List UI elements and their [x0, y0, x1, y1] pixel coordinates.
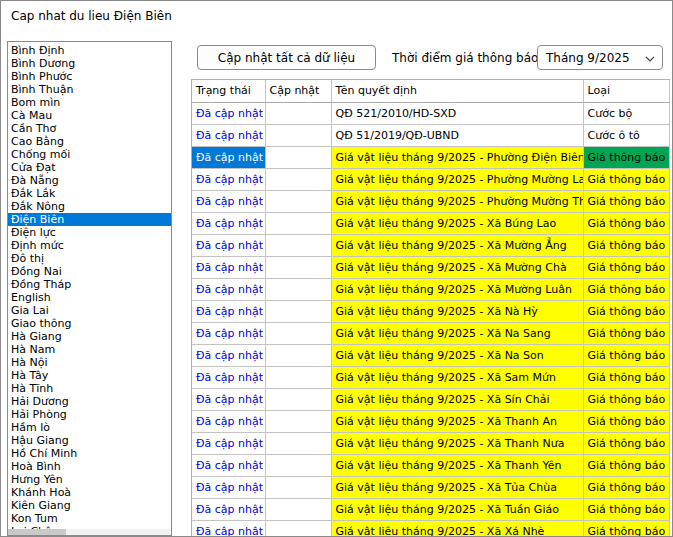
type-cell[interactable]: Giá thông báo — [583, 520, 670, 536]
sidebar-item[interactable]: Hầm lò — [8, 421, 171, 434]
type-cell[interactable]: Giá thông báo — [583, 278, 670, 300]
decision-name-cell[interactable]: QĐ 51/2019/QĐ-UBND — [331, 124, 583, 146]
decision-name-cell[interactable]: Giá vật liệu tháng 9/2025 - Xã Sín Chải — [331, 388, 583, 410]
status-cell[interactable]: Đã cập nhật — [192, 498, 265, 520]
decision-name-cell[interactable]: Giá vật liệu tháng 9/2025 - Xã Nà Hỳ — [331, 300, 583, 322]
decision-name-cell[interactable]: Giá vật liệu tháng 9/2025 - Phường Mường… — [331, 190, 583, 212]
status-cell[interactable]: Đã cập nhật — [192, 432, 265, 454]
update-all-button[interactable]: Cập nhật tất cả dữ liệu — [197, 45, 376, 70]
status-cell[interactable]: Đã cập nhật — [192, 454, 265, 476]
sidebar-item[interactable]: Bình Định — [8, 44, 171, 57]
decision-name-cell[interactable]: Giá vật liệu tháng 9/2025 - Xã Mường Chà — [331, 256, 583, 278]
decision-name-cell[interactable]: Giá vật liệu tháng 9/2025 - Xã Búng Lao — [331, 212, 583, 234]
decision-name-cell[interactable]: Giá vật liệu tháng 9/2025 - Xã Tuần Giáo — [331, 498, 583, 520]
decision-name-cell[interactable]: QĐ 521/2010/HD-SXD — [331, 102, 583, 124]
type-cell[interactable]: Giá thông báo — [583, 432, 670, 454]
sidebar-item[interactable]: Đắk Nông — [8, 200, 171, 213]
column-header[interactable]: Loại — [583, 80, 670, 102]
status-cell[interactable]: Đã cập nhật — [192, 366, 265, 388]
sidebar-item[interactable]: Bình Dương — [8, 57, 171, 70]
status-cell[interactable]: Đã cập nhật — [192, 388, 265, 410]
status-cell[interactable]: Đã cập nhật — [192, 102, 265, 124]
type-cell[interactable]: Giá thông báo — [583, 212, 670, 234]
decision-name-cell[interactable]: Giá vật liệu tháng 9/2025 - Xã Xá Nhè — [331, 520, 583, 536]
update-cell[interactable] — [265, 146, 331, 168]
status-cell[interactable]: Đã cập nhật — [192, 410, 265, 432]
status-cell[interactable]: Đã cập nhật — [192, 234, 265, 256]
update-cell[interactable] — [265, 454, 331, 476]
decision-name-cell[interactable]: Giá vật liệu tháng 9/2025 - Xã Thanh An — [331, 410, 583, 432]
decision-name-cell[interactable]: Giá vật liệu tháng 9/2025 - Xã Mường Ẳng — [331, 234, 583, 256]
type-cell[interactable]: Giá thông báo — [583, 344, 670, 366]
status-cell[interactable]: Đã cập nhật — [192, 168, 265, 190]
status-cell[interactable]: Đã cập nhật — [192, 520, 265, 536]
sidebar-item[interactable]: Kiên Giang — [8, 499, 171, 512]
type-cell[interactable]: Giá thông báo — [583, 146, 670, 168]
type-cell[interactable]: Giá thông báo — [583, 410, 670, 432]
update-cell[interactable] — [265, 212, 331, 234]
sidebar-item[interactable]: English — [8, 291, 171, 304]
update-cell[interactable] — [265, 256, 331, 278]
sidebar-item[interactable]: Bình Phước — [8, 70, 171, 83]
sidebar-item[interactable]: Cửa Đạt — [8, 161, 171, 174]
sidebar-item[interactable]: Hậu Giang — [8, 434, 171, 447]
column-header[interactable]: Cập nhật — [265, 80, 331, 102]
update-cell[interactable] — [265, 278, 331, 300]
sidebar-item[interactable]: Hà Nam — [8, 343, 171, 356]
type-cell[interactable]: Giá thông báo — [583, 454, 670, 476]
status-cell[interactable]: Đã cập nhật — [192, 278, 265, 300]
sidebar-item[interactable]: Khánh Hoà — [8, 486, 171, 499]
type-cell[interactable]: Giá thông báo — [583, 256, 670, 278]
status-cell[interactable]: Đã cập nhật — [192, 300, 265, 322]
type-cell[interactable]: Giá thông báo — [583, 498, 670, 520]
sidebar-item[interactable]: Hà Tĩnh — [8, 382, 171, 395]
scrollbar-thumb[interactable] — [8, 529, 66, 535]
decision-name-cell[interactable]: Giá vật liệu tháng 9/2025 - Xã Sam Mứn — [331, 366, 583, 388]
decision-name-cell[interactable]: Giá vật liệu tháng 9/2025 - Phường Mường… — [331, 168, 583, 190]
sidebar-item[interactable]: Chống mối — [8, 148, 171, 161]
status-cell[interactable]: Đã cập nhật — [192, 476, 265, 498]
horizontal-scrollbar[interactable] — [8, 529, 171, 535]
sidebar-item[interactable]: Hà Giang — [8, 330, 171, 343]
type-cell[interactable]: Giá thông báo — [583, 388, 670, 410]
type-cell[interactable]: Cước bộ — [583, 102, 670, 124]
sidebar-item[interactable]: Đồng Tháp — [8, 278, 171, 291]
sidebar-item[interactable]: Cà Mau — [8, 109, 171, 122]
type-cell[interactable]: Giá thông báo — [583, 322, 670, 344]
month-combobox[interactable]: Tháng 9/2025 — [537, 45, 663, 70]
update-cell[interactable] — [265, 498, 331, 520]
status-cell[interactable]: Đã cập nhật — [192, 322, 265, 344]
update-cell[interactable] — [265, 520, 331, 536]
sidebar-item[interactable]: Kon Tum — [8, 512, 171, 525]
status-cell[interactable]: Đã cập nhật — [192, 146, 265, 168]
update-cell[interactable] — [265, 124, 331, 146]
sidebar-item[interactable]: Hoà Bình — [8, 460, 171, 473]
status-cell[interactable]: Đã cập nhật — [192, 190, 265, 212]
status-cell[interactable]: Đã cập nhật — [192, 344, 265, 366]
sidebar-item[interactable]: Đắk Lắk — [8, 187, 171, 200]
decision-name-cell[interactable]: Giá vật liệu tháng 9/2025 - Xã Na Son — [331, 344, 583, 366]
type-cell[interactable]: Giá thông báo — [583, 190, 670, 212]
type-cell[interactable]: Giá thông báo — [583, 300, 670, 322]
status-cell[interactable]: Đã cập nhật — [192, 124, 265, 146]
sidebar-item[interactable]: Hưng Yên — [8, 473, 171, 486]
decision-name-cell[interactable]: Giá vật liệu tháng 9/2025 - Xã Tủa Chùa — [331, 476, 583, 498]
decision-name-cell[interactable]: Giá vật liệu tháng 9/2025 - Xã Mường Luâ… — [331, 278, 583, 300]
sidebar-item[interactable]: Hải Phòng — [8, 408, 171, 421]
column-header[interactable]: Trạng thái — [192, 80, 265, 102]
type-cell[interactable]: Giá thông báo — [583, 366, 670, 388]
sidebar-item[interactable]: Hải Dương — [8, 395, 171, 408]
sidebar-item[interactable]: Hồ Chí Minh — [8, 447, 171, 460]
province-list[interactable]: Bình ĐịnhBình DươngBình PhướcBình ThuậnB… — [7, 41, 172, 536]
update-cell[interactable] — [265, 366, 331, 388]
update-cell[interactable] — [265, 322, 331, 344]
update-cell[interactable] — [265, 190, 331, 212]
type-cell[interactable]: Giá thông báo — [583, 168, 670, 190]
update-cell[interactable] — [265, 168, 331, 190]
status-cell[interactable]: Đã cập nhật — [192, 212, 265, 234]
update-cell[interactable] — [265, 300, 331, 322]
update-cell[interactable] — [265, 234, 331, 256]
sidebar-item[interactable]: Đô thị — [8, 252, 171, 265]
decision-name-cell[interactable]: Giá vật liệu tháng 9/2025 - Xã Thanh Yên — [331, 454, 583, 476]
sidebar-item[interactable]: Bình Thuận — [8, 83, 171, 96]
